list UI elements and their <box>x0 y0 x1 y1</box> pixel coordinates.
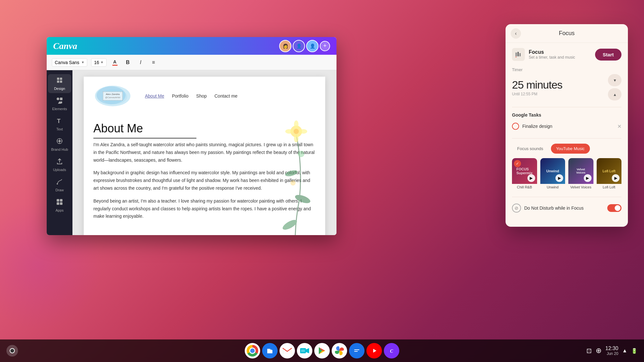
bold-button[interactable]: B <box>123 58 132 67</box>
svg-point-32 <box>298 151 304 157</box>
unwind-label: Unwind <box>540 184 565 190</box>
font-selector[interactable]: Canva Sans ▼ <box>52 58 87 67</box>
taskbar-youtube[interactable] <box>366 343 382 358</box>
divider-3 <box>512 197 621 197</box>
svg-rect-7 <box>60 101 62 103</box>
chill-play-icon: ▶ <box>527 174 535 182</box>
dnd-toggle[interactable] <box>607 204 621 212</box>
taskbar-left <box>6 345 18 357</box>
tasks-section: Google Tasks Finalize design ✕ <box>512 112 621 132</box>
timer-increase-button[interactable]: ▴ <box>608 88 621 100</box>
svg-rect-19 <box>60 202 62 205</box>
sidebar-item-design[interactable]: Design <box>48 74 71 93</box>
music-card-unwind[interactable]: Unwind ▶ Unwind <box>540 158 565 190</box>
battery-icon: 🔋 <box>631 348 638 354</box>
youtube-music-tab[interactable]: YouTube Music <box>551 144 590 154</box>
sidebar-item-uploads[interactable]: Uploads <box>48 155 71 174</box>
screenshot-icon[interactable]: ⊡ <box>586 347 592 355</box>
italic-button[interactable]: I <box>136 58 145 67</box>
nav-about-me[interactable]: About Me <box>145 93 164 99</box>
canva-sidebar: Design Elements T Text <box>47 70 72 235</box>
elements-label: Elements <box>52 107 67 111</box>
timer-section: Timer 25 minutes Until 12:55 PM ▾ ▴ <box>512 67 621 100</box>
sidebar-item-text[interactable]: T Text <box>48 115 71 134</box>
wifi-icon: ▲ <box>622 348 627 354</box>
music-card-velvet[interactable]: VelvetVoices ▶ Velvet Voices <box>568 158 593 190</box>
music-card-chill[interactable]: ✓ FOCUSSupermix ▶ Chill R&B <box>512 158 537 190</box>
svg-text:T: T <box>57 118 61 124</box>
taskbar: C ⊡ ⊕ 12:30 Jun 20 ▲ 🔋 <box>0 339 644 362</box>
start-button[interactable]: Start <box>595 49 621 61</box>
taskbar-meet[interactable] <box>297 343 312 358</box>
velvet-play-icon: ▶ <box>584 174 592 182</box>
timer-decrease-button[interactable]: ▾ <box>608 74 621 86</box>
music-card-lofi[interactable]: Lofi Loft ▶ Lofi Loft <box>597 158 622 190</box>
canvas-page: Alex Zandra@CanvasArtist About Me Portfo… <box>84 77 325 235</box>
svg-rect-18 <box>57 202 59 205</box>
taskbar-gmail[interactable] <box>279 343 295 358</box>
svg-point-27 <box>294 129 299 134</box>
design-label: Design <box>54 87 65 90</box>
taskbar-chrome[interactable] <box>245 343 260 358</box>
sidebar-item-elements[interactable]: Elements <box>48 94 71 113</box>
svg-point-15 <box>57 183 58 185</box>
add-button[interactable]: ⊕ <box>596 347 601 355</box>
text-color-button[interactable]: A <box>110 58 119 67</box>
avatar-add-button[interactable]: + <box>320 41 330 51</box>
svg-rect-2 <box>57 81 59 83</box>
record-dot-icon <box>10 348 15 353</box>
tasks-label: Google Tasks <box>512 112 621 118</box>
focus-back-button[interactable]: ‹ <box>511 28 521 39</box>
focus-sounds-tab[interactable]: Focus sounds <box>512 144 548 154</box>
taskbar-photos[interactable] <box>332 343 347 358</box>
svg-rect-43 <box>301 349 305 352</box>
svg-point-10 <box>59 140 61 142</box>
canvas-area: Alex Zandra@CanvasArtist About Me Portfo… <box>72 70 336 235</box>
svg-point-31 <box>299 129 307 134</box>
sidebar-item-brand-hub[interactable]: Brand Hub <box>48 135 71 154</box>
task-checkbox[interactable] <box>512 123 519 130</box>
taskbar-files[interactable] <box>262 343 278 358</box>
page-title: About Me <box>93 122 196 138</box>
align-button[interactable]: ≡ <box>149 58 158 67</box>
nav-contact[interactable]: Contact me <box>214 93 238 99</box>
chill-bg: ✓ FOCUSSupermix ▶ <box>512 158 537 184</box>
svg-text:C: C <box>390 349 393 354</box>
page-nav: About Me Portfolio Shop Contact me <box>145 93 238 99</box>
focus-sublabel: Set a timer, task and music <box>529 55 575 60</box>
taskbar-messages[interactable] <box>349 343 365 358</box>
canva-logo: Canva <box>53 41 77 51</box>
apps-label: Apps <box>55 208 63 212</box>
draw-label: Draw <box>55 188 64 192</box>
lofi-label: Lofi Loft <box>597 184 622 190</box>
sidebar-item-draw[interactable]: Draw <box>48 176 71 195</box>
font-size-selector[interactable]: 16 ▼ <box>91 58 106 67</box>
taskbar-playstore[interactable] <box>314 343 330 358</box>
sidebar-item-apps[interactable]: Apps <box>48 196 71 215</box>
flower-decoration <box>267 102 325 235</box>
uploads-label: Uploads <box>53 168 66 172</box>
nav-portfolio[interactable]: Portfolio <box>172 93 188 99</box>
timer-row: 25 minutes Until 12:55 PM ▾ ▴ <box>512 74 621 100</box>
svg-rect-36 <box>516 52 517 56</box>
logo-text: Alex Zandra@CanvasArtist <box>103 92 123 100</box>
avatar-3: 👤 <box>306 40 318 52</box>
focus-info: Focus Set a timer, task and music <box>512 48 575 61</box>
uploads-icon <box>56 158 63 167</box>
canva-avatars: 👩 👤 👤 + <box>279 40 330 52</box>
taskbar-canva[interactable]: C <box>384 343 399 358</box>
divider-2 <box>512 138 621 138</box>
timer-label: Timer <box>512 67 621 72</box>
svg-rect-44 <box>353 347 361 354</box>
lofi-bg: Lofi Loft ▶ <box>597 158 622 184</box>
time-date[interactable]: 12:30 Jun 20 <box>605 346 618 356</box>
focus-panel-header: ‹ Focus <box>506 24 628 43</box>
focus-panel: ‹ Focus Focus Set a timer, task and musi… <box>506 24 628 227</box>
record-button[interactable] <box>6 345 18 357</box>
svg-rect-17 <box>60 199 62 202</box>
nav-shop[interactable]: Shop <box>196 93 207 99</box>
sounds-section: Focus sounds YouTube Music ✓ FOCUSSuperm… <box>512 144 621 190</box>
task-delete-button[interactable]: ✕ <box>617 123 621 129</box>
lofi-play-icon: ▶ <box>612 174 620 182</box>
date-display: Jun 20 <box>607 351 618 356</box>
